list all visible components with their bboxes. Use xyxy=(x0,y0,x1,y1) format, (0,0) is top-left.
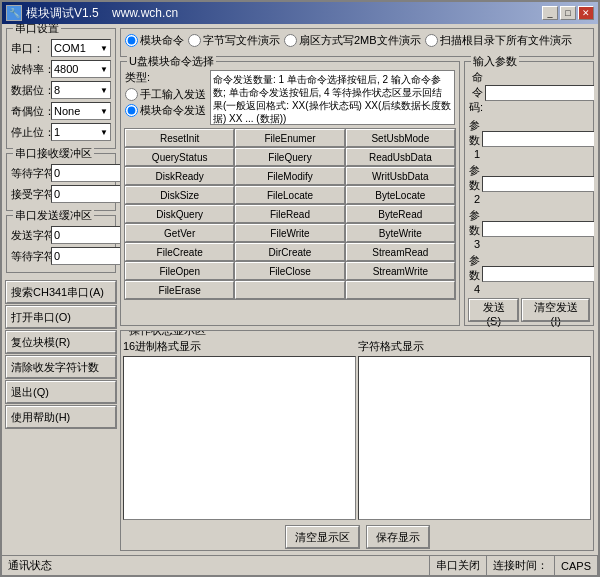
cmd-file-close[interactable]: FileClose xyxy=(235,262,344,280)
cmd-stream-read[interactable]: StreamRead xyxy=(346,243,455,261)
cmd-writ-usb-data[interactable]: WritUsbData xyxy=(346,167,455,185)
tab-byte-write[interactable]: 字节写文件演示 xyxy=(188,33,280,48)
tx-send-label: 发送字符： xyxy=(11,228,49,243)
rx-recv-row: 接受字符： xyxy=(11,185,111,203)
param3-input[interactable] xyxy=(482,221,594,237)
rx-wait-row: 等待字符： xyxy=(11,164,111,182)
hex-display-pane: 16进制格式显示 xyxy=(123,339,356,520)
databits-combo[interactable]: 8 ▼ xyxy=(51,81,111,99)
rx-buffer-title: 串口接收缓冲区 xyxy=(13,146,94,161)
middle-section: U盘模块命令选择 类型: 手工输入发送 模块 xyxy=(120,61,594,326)
char-display-label: 字符格式显示 xyxy=(358,339,591,354)
hex-display-textarea[interactable] xyxy=(123,356,356,520)
databits-combo-arrow: ▼ xyxy=(100,86,108,95)
param1-input[interactable] xyxy=(482,131,594,147)
cmd-set-usb-mode[interactable]: SetUsbMode xyxy=(346,129,455,147)
clear-display-button[interactable]: 清空显示区 xyxy=(286,526,359,548)
cmd-file-create[interactable]: FileCreate xyxy=(125,243,234,261)
stopbits-combo[interactable]: 1 ▼ xyxy=(51,123,111,141)
cmd-table: ResetInit FileEnumer SetUsbMode QuerySta… xyxy=(125,129,455,299)
radio-tabs: 模块命令 字节写文件演示 扇区方式写2MB文件演示 扫描根目录下所有文件演示 xyxy=(125,33,589,48)
display-buttons: 清空显示区 保存显示 xyxy=(121,522,593,550)
help-button[interactable]: 使用帮助(H) xyxy=(6,406,116,428)
close-button[interactable]: ✕ xyxy=(578,6,594,20)
cmd-byte-read[interactable]: ByteRead xyxy=(346,205,455,223)
cmd-byte-write[interactable]: ByteWrite xyxy=(346,224,455,242)
cmd-description: 命令发送数量: 1 单击命令选择按钮后, 2 输入命令参数; 单击命令发送按钮后… xyxy=(210,70,455,125)
tx-buffer-group: 串口发送缓冲区 发送字符： 等待字符： xyxy=(6,215,116,273)
databits-row: 数据位： 8 ▼ xyxy=(11,81,111,99)
param-cmd-input[interactable] xyxy=(485,85,594,101)
baud-label: 波特率： xyxy=(11,62,49,77)
cmd-empty-2 xyxy=(346,281,455,299)
type-label: 类型: xyxy=(125,70,206,85)
clear-send-button[interactable]: 清空发送(I) xyxy=(522,299,589,321)
param4-input[interactable] xyxy=(482,266,594,282)
cmd-disk-ready[interactable]: DiskReady xyxy=(125,167,234,185)
parity-combo[interactable]: None ▼ xyxy=(51,102,111,120)
param3-row: 参数3 xyxy=(469,208,589,250)
rx-wait-label: 等待字符： xyxy=(11,166,49,181)
stopbits-label: 停止位： xyxy=(11,125,49,140)
param2-input[interactable] xyxy=(482,176,594,192)
reset-module-button[interactable]: 复位块模(R) xyxy=(6,331,116,353)
usb-commands-panel: U盘模块命令选择 类型: 手工输入发送 模块 xyxy=(120,61,460,326)
main-window: 🔧 模块调试V1.5 www.wch.cn _ □ ✕ 串口设置 串口： COM… xyxy=(0,0,600,577)
rx-recv-label: 接受字符： xyxy=(11,187,49,202)
cmd-disk-query[interactable]: DiskQuery xyxy=(125,205,234,223)
tx-send-row: 发送字符： xyxy=(11,226,111,244)
param4-row: 参数4 xyxy=(469,253,589,295)
left-buttons: 搜索CH341串口(A) 打开串口(O) 复位块模(R) 清除收发字符计数 退出… xyxy=(6,281,116,428)
cmd-file-erase[interactable]: FileErase xyxy=(125,281,234,299)
status-bar: 通讯状态 串口关闭 连接时间： CAPS xyxy=(2,555,598,575)
cmd-dir-create[interactable]: DirCreate xyxy=(235,243,344,261)
params-panel: 输入参数 命令码: 参数1 参数2 参数3 xyxy=(464,61,594,326)
main-content: 串口设置 串口： COM1 ▼ 波特率： 4800 ▼ 数据位： xyxy=(2,24,598,555)
cmd-stream-write[interactable]: StreamWrite xyxy=(346,262,455,280)
cmd-reset-init[interactable]: ResetInit xyxy=(125,129,234,147)
cmd-file-modify[interactable]: FileModify xyxy=(235,167,344,185)
cmd-file-read[interactable]: FileRead xyxy=(235,205,344,223)
minimize-button[interactable]: _ xyxy=(542,6,558,20)
radio-module-cmd[interactable]: 模块命令发送 xyxy=(125,103,206,118)
cmd-file-open[interactable]: FileOpen xyxy=(125,262,234,280)
send-button[interactable]: 发送(S) xyxy=(469,299,518,321)
maximize-button[interactable]: □ xyxy=(560,6,576,20)
param-cmd-label: 命令码: xyxy=(469,70,483,115)
cmd-file-write[interactable]: FileWrite xyxy=(235,224,344,242)
port-label: 串口： xyxy=(11,41,49,56)
usb-panel-title: U盘模块命令选择 xyxy=(127,54,216,69)
tab-sector-write[interactable]: 扇区方式写2MB文件演示 xyxy=(284,33,421,48)
char-display-textarea[interactable] xyxy=(358,356,591,520)
clear-count-button[interactable]: 清除收发字符计数 xyxy=(6,356,116,378)
search-port-button[interactable]: 搜索CH341串口(A) xyxy=(6,281,116,303)
baud-combo[interactable]: 4800 ▼ xyxy=(51,60,111,78)
rx-buffer-group: 串口接收缓冲区 等待字符： 接受字符： xyxy=(6,153,116,211)
hex-display-label: 16进制格式显示 xyxy=(123,339,356,354)
connect-time: 连接时间： xyxy=(487,556,555,575)
tab-module-cmd[interactable]: 模块命令 xyxy=(125,33,184,48)
left-panel: 串口设置 串口： COM1 ▼ 波特率： 4800 ▼ 数据位： xyxy=(6,28,116,551)
cmd-query-status[interactable]: QueryStatus xyxy=(125,148,234,166)
save-display-button[interactable]: 保存显示 xyxy=(367,526,429,548)
comms-status: 通讯状态 xyxy=(2,556,430,575)
exit-button[interactable]: 退出(Q) xyxy=(6,381,116,403)
cmd-file-locate[interactable]: FileLocate xyxy=(235,186,344,204)
right-panel: 模块命令 字节写文件演示 扇区方式写2MB文件演示 扫描根目录下所有文件演示 xyxy=(120,28,594,551)
cmd-get-ver[interactable]: GetVer xyxy=(125,224,234,242)
cmd-file-query[interactable]: FileQuery xyxy=(235,148,344,166)
radio-manual[interactable]: 手工输入发送 xyxy=(125,87,206,102)
open-port-button[interactable]: 打开串口(O) xyxy=(6,306,116,328)
cmd-byte-locate[interactable]: ByteLocate xyxy=(346,186,455,204)
port-combo[interactable]: COM1 ▼ xyxy=(51,39,111,57)
param-cmd-row: 命令码: xyxy=(469,70,589,115)
cmd-read-usb-data[interactable]: ReadUsbData xyxy=(346,148,455,166)
cmd-disk-size[interactable]: DiskSize xyxy=(125,186,234,204)
databits-label: 数据位： xyxy=(11,83,49,98)
param2-label: 参数2 xyxy=(469,163,480,205)
port-row: 串口： COM1 ▼ xyxy=(11,39,111,57)
caps-status: CAPS xyxy=(555,556,598,575)
tx-buffer-title: 串口发送缓冲区 xyxy=(13,208,94,223)
cmd-file-enumer[interactable]: FileEnumer xyxy=(235,129,344,147)
tab-scan-dir[interactable]: 扫描根目录下所有文件演示 xyxy=(425,33,572,48)
